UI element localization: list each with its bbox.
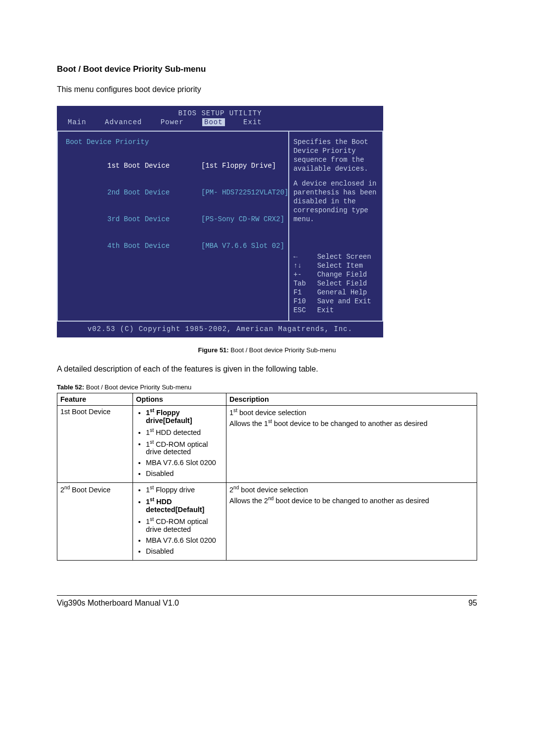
table-header: Options bbox=[133, 393, 226, 406]
bios-key-help: TabSelect Field bbox=[293, 279, 377, 288]
bios-title: BIOS SETUP UTILITY bbox=[57, 106, 383, 118]
bios-boot-value: [PS-Sony CD-RW CRX2] bbox=[201, 215, 284, 223]
feature-table: Feature Options Description 1st Boot Dev… bbox=[57, 393, 477, 561]
feature-cell: 2nd Boot Device bbox=[57, 483, 133, 560]
bios-help-line: Device Priority bbox=[293, 146, 377, 155]
bios-help-line: menu. bbox=[293, 215, 377, 224]
bios-help-line: parenthesis has been bbox=[293, 188, 377, 197]
table-label: Table 52: bbox=[57, 383, 84, 391]
bios-key-help: F1General Help bbox=[293, 288, 377, 297]
description-cell: 2nd boot device selection Allows the 2nd… bbox=[226, 483, 477, 560]
bios-help-line: corresponding type bbox=[293, 206, 377, 215]
bios-left-panel: Boot Device Priority 1st Boot Device[1st… bbox=[57, 132, 289, 321]
options-cell: 1st Floppy drive[Default] 1st HDD detect… bbox=[133, 406, 226, 483]
bios-help-line: sequence from the bbox=[293, 155, 377, 164]
bios-tab-advanced[interactable]: Advanced bbox=[105, 118, 142, 126]
figure-text: Boot / Boot device Priority Sub-menu bbox=[229, 346, 336, 354]
table-label-text: Boot / Boot device Priority Sub-menu bbox=[84, 383, 191, 391]
bios-tab-exit[interactable]: Exit bbox=[243, 118, 262, 126]
bios-boot-value: [MBA V7.6.6 Slot 02] bbox=[201, 242, 284, 250]
bios-tab-boot[interactable]: Boot bbox=[202, 118, 225, 126]
bios-key-help: +-Change Field bbox=[293, 270, 377, 279]
footer-page-number: 95 bbox=[468, 599, 477, 608]
bios-screenshot: BIOS SETUP UTILITY Main Advanced Power B… bbox=[57, 106, 383, 337]
bios-key-help: ↑↓Select Item bbox=[293, 261, 377, 270]
bios-boot-row-2[interactable]: 2nd Boot Device[PM- HDS722512VLAT20] bbox=[66, 179, 288, 206]
table-row: 1st Boot Device 1st Floppy drive[Default… bbox=[57, 406, 477, 483]
body-text: A detailed description of each of the fe… bbox=[57, 365, 477, 374]
bios-copyright: v02.53 (C) Copyright 1985-2002, American… bbox=[57, 322, 383, 337]
table-header-row: Feature Options Description bbox=[57, 393, 477, 406]
document-page: Boot / Boot device Priority Sub-menu Thi… bbox=[0, 0, 534, 627]
bios-right-panel: Specifies the Boot Device Priority seque… bbox=[289, 132, 383, 321]
bios-help-line: available devices. bbox=[293, 164, 377, 173]
table-header: Description bbox=[226, 393, 477, 406]
section-title: Boot / Boot device Priority Sub-menu bbox=[57, 64, 477, 74]
bios-key-help: F10Save and Exit bbox=[293, 297, 377, 306]
bios-help-line: A device enclosed in bbox=[293, 179, 377, 188]
bios-boot-label: 3rd Boot Device bbox=[107, 215, 201, 224]
bios-boot-label: 2nd Boot Device bbox=[107, 188, 201, 197]
description-cell: 1st boot device selection Allows the 1st… bbox=[226, 406, 477, 483]
bios-boot-value: [1st Floppy Drive] bbox=[201, 162, 276, 170]
bios-tab-power[interactable]: Power bbox=[161, 118, 184, 126]
table-row: 2nd Boot Device 1st Floppy drive 1st HDD… bbox=[57, 483, 477, 560]
bios-boot-row-4[interactable]: 4th Boot Device[MBA V7.6.6 Slot 02] bbox=[66, 233, 288, 259]
bios-menu-bar: Main Advanced Power Boot Exit bbox=[57, 118, 383, 130]
bios-boot-label: 4th Boot Device bbox=[107, 241, 201, 250]
bios-tab-main[interactable]: Main bbox=[68, 118, 87, 126]
footer-left: Vig390s Motherboard Manual V1.0 bbox=[57, 599, 179, 608]
figure-label: Figure 51: bbox=[198, 346, 229, 354]
bios-help-line: Specifies the Boot bbox=[293, 138, 377, 146]
table-header: Feature bbox=[57, 393, 133, 406]
intro-text: This menu configures boot device priorit… bbox=[57, 85, 477, 94]
bios-boot-row-1[interactable]: 1st Boot Device[1st Floppy Drive] bbox=[66, 152, 288, 179]
bios-boot-value: [PM- HDS722512VLAT20] bbox=[201, 189, 288, 196]
bios-panel-title: Boot Device Priority bbox=[66, 138, 288, 146]
page-footer: Vig390s Motherboard Manual V1.0 95 bbox=[57, 595, 477, 608]
options-cell: 1st Floppy drive 1st HDD detected[Defaul… bbox=[133, 483, 226, 560]
figure-caption: Figure 51: Boot / Boot device Priority S… bbox=[57, 346, 477, 354]
bios-boot-label: 1st Boot Device bbox=[107, 161, 201, 170]
bios-boot-row-3[interactable]: 3rd Boot Device[PS-Sony CD-RW CRX2] bbox=[66, 206, 288, 233]
bios-help-line: disabled in the bbox=[293, 197, 377, 206]
bios-key-help: ESCExit bbox=[293, 306, 377, 315]
bios-key-help: ←Select Screen bbox=[293, 252, 377, 261]
table-caption: Table 52: Boot / Boot device Priority Su… bbox=[57, 383, 477, 391]
feature-cell: 1st Boot Device bbox=[57, 406, 133, 483]
